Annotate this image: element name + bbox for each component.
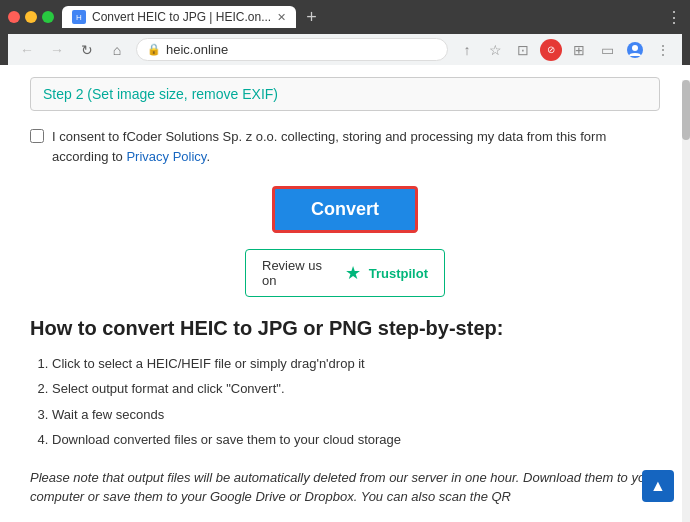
tab-bar: H Convert HEIC to JPG | HEIC.on... ✕ + ⋮ xyxy=(62,6,682,28)
forward-button[interactable]: → xyxy=(46,39,68,61)
list-item: Click to select a HEIC/HEIF file or simp… xyxy=(52,352,660,375)
trustpilot-box[interactable]: Review us on ★ Trustpilot xyxy=(245,249,445,297)
scrollbar-track[interactable] xyxy=(682,80,690,522)
active-tab[interactable]: H Convert HEIC to JPG | HEIC.on... ✕ xyxy=(62,6,296,28)
steps-list: Click to select a HEIC/HEIF file or simp… xyxy=(30,352,660,452)
cast-icon[interactable]: ▭ xyxy=(596,39,618,61)
browser-menu-icon[interactable]: ⋮ xyxy=(652,39,674,61)
puzzle-icon[interactable]: ⊞ xyxy=(568,39,590,61)
tab-title: Convert HEIC to JPG | HEIC.on... xyxy=(92,10,271,24)
tab-favicon: H xyxy=(72,10,86,24)
list-item: Select output format and click "Convert"… xyxy=(52,377,660,400)
list-item: Download converted files or save them to… xyxy=(52,428,660,451)
scroll-to-top-button[interactable]: ▲ xyxy=(642,470,674,502)
address-text: heic.online xyxy=(166,42,228,57)
note-text: Please note that output files will be au… xyxy=(30,468,660,507)
tab-close-icon[interactable]: ✕ xyxy=(277,11,286,24)
maximize-button[interactable] xyxy=(42,11,54,23)
home-button[interactable]: ⌂ xyxy=(106,39,128,61)
back-button[interactable]: ← xyxy=(16,39,38,61)
step2-box[interactable]: Step 2 (Set image size, remove EXIF) xyxy=(30,77,660,111)
bookmark-icon[interactable]: ☆ xyxy=(484,39,506,61)
privacy-policy-link[interactable]: Privacy Policy xyxy=(126,149,206,164)
convert-section: Convert xyxy=(30,186,660,233)
trustpilot-review-text: Review us on xyxy=(262,258,337,288)
trustpilot-star-icon: ★ xyxy=(345,262,361,284)
close-button[interactable] xyxy=(8,11,20,23)
share-icon[interactable]: ↑ xyxy=(456,39,478,61)
block-icon[interactable]: ⊘ xyxy=(540,39,562,61)
title-bar: H Convert HEIC to JPG | HEIC.on... ✕ + ⋮ xyxy=(8,6,682,34)
list-item: Wait a few seconds xyxy=(52,403,660,426)
how-to-title: How to convert HEIC to JPG or PNG step-b… xyxy=(30,317,660,340)
consent-row: I consent to fCoder Solutions Sp. z o.o.… xyxy=(30,127,660,166)
reload-button[interactable]: ↻ xyxy=(76,39,98,61)
page-content: Step 2 (Set image size, remove EXIF) I c… xyxy=(0,65,690,507)
browser-menu-button[interactable]: ⋮ xyxy=(666,8,682,27)
lock-icon: 🔒 xyxy=(147,43,161,56)
profile-icon[interactable] xyxy=(624,39,646,61)
address-bar: ← → ↻ ⌂ 🔒 heic.online ↑ ☆ xyxy=(8,34,682,65)
extensions-icon[interactable]: ⊡ xyxy=(512,39,534,61)
address-input[interactable]: 🔒 heic.online xyxy=(136,38,448,61)
trustpilot-logo: Trustpilot xyxy=(369,266,428,281)
toolbar-icons: ↑ ☆ ⊡ ⊘ ⊞ ▭ ⋮ xyxy=(456,39,674,61)
step2-label: Step 2 (Set image size, remove EXIF) xyxy=(43,86,278,102)
consent-text: I consent to fCoder Solutions Sp. z o.o.… xyxy=(52,127,660,166)
consent-checkbox[interactable] xyxy=(30,129,44,143)
browser-chrome: H Convert HEIC to JPG | HEIC.on... ✕ + ⋮… xyxy=(0,0,690,65)
traffic-lights xyxy=(8,11,54,23)
new-tab-button[interactable]: + xyxy=(300,7,323,28)
minimize-button[interactable] xyxy=(25,11,37,23)
scrollbar-thumb[interactable] xyxy=(682,80,690,140)
convert-button[interactable]: Convert xyxy=(272,186,418,233)
svg-point-1 xyxy=(632,45,638,51)
